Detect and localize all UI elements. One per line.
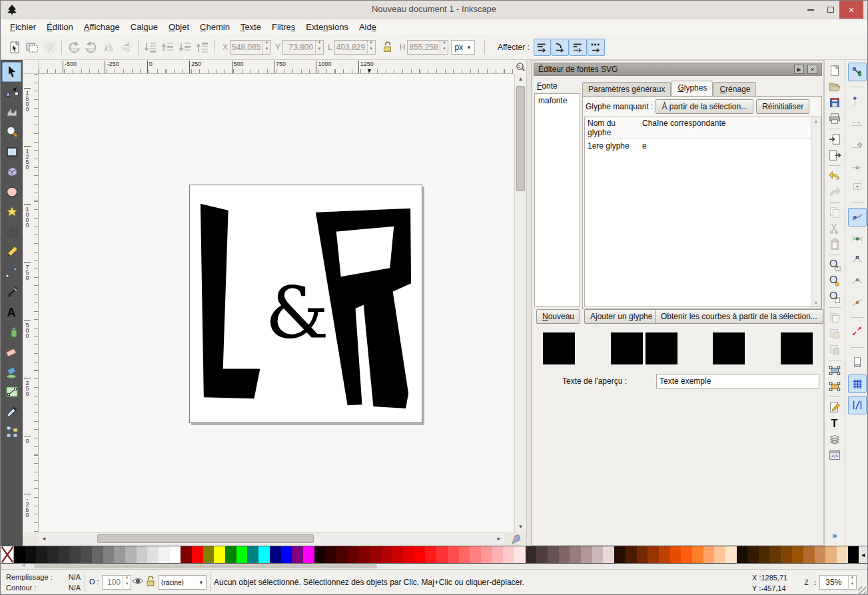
font-list-item[interactable]: mafonte — [535, 94, 580, 107]
scroll-down-icon[interactable]: ▼ — [811, 300, 821, 305]
snap-others-toggle[interactable] — [848, 323, 867, 342]
create-clone-button[interactable] — [827, 326, 843, 342]
preview-text-input[interactable] — [656, 374, 819, 388]
fill-value[interactable]: N/A — [69, 572, 81, 582]
select-all-in-all-layers-button[interactable] — [23, 39, 41, 56]
affect-move-gradients-toggle[interactable] — [570, 39, 587, 56]
tool-tweak[interactable] — [2, 102, 21, 122]
color-swatch[interactable] — [192, 546, 203, 563]
layer-visibility-icon[interactable] — [132, 576, 144, 586]
vertical-scrollbar[interactable]: ▲ ▼ — [514, 74, 526, 532]
palette-scrollbar[interactable]: ◄ — [1, 564, 867, 569]
tool-dropper[interactable] — [2, 402, 21, 422]
glyph-table-row[interactable]: 1ere glyphee — [585, 139, 821, 153]
tool-bucket-fill[interactable] — [2, 362, 21, 382]
color-swatch[interactable] — [670, 546, 681, 563]
color-swatch[interactable] — [81, 546, 92, 563]
color-swatch[interactable] — [648, 546, 659, 563]
zoom-spinner[interactable]: ▲▼ — [819, 575, 857, 590]
palette-scroll-left-icon[interactable]: ◄ — [21, 562, 26, 568]
lower-to-bottom-button[interactable] — [142, 39, 159, 56]
color-swatch[interactable] — [303, 546, 314, 563]
snap-guides-toggle[interactable] — [848, 396, 867, 414]
y-input[interactable] — [283, 41, 315, 54]
color-swatch[interactable] — [292, 546, 303, 563]
tool-star[interactable] — [2, 202, 21, 222]
get-curves-from-selection-button[interactable]: Obtenir les courbes à partir de la sélec… — [655, 309, 823, 324]
tool-ellipse[interactable] — [2, 182, 21, 202]
y-spinner[interactable]: ▲▼ — [282, 40, 324, 55]
color-swatch[interactable] — [103, 546, 115, 563]
color-swatch[interactable] — [414, 546, 426, 563]
select-all-button[interactable] — [6, 39, 23, 56]
color-swatch[interactable] — [637, 546, 648, 563]
color-swatch[interactable] — [125, 546, 137, 563]
color-swatch[interactable] — [381, 546, 392, 563]
color-swatch[interactable] — [137, 546, 148, 563]
menu-objet[interactable]: Objet — [163, 20, 195, 34]
color-swatch[interactable] — [514, 546, 526, 563]
panel-close-icon[interactable]: ✕ — [807, 65, 817, 74]
tab-parame-tres-ge-ne-raux[interactable]: Paramètres généraux — [582, 82, 671, 96]
tool-bezier-pen[interactable] — [2, 262, 21, 282]
export-bitmap-button[interactable] — [827, 147, 843, 163]
glyph-table[interactable]: Nom du glyphe Chaîne correspondante 1ere… — [584, 117, 821, 307]
deselect-button[interactable] — [41, 39, 58, 56]
color-swatch[interactable] — [626, 546, 637, 563]
lower-button[interactable] — [177, 39, 194, 56]
horizontal-scrollbar[interactable]: ◄ ► — [39, 532, 504, 544]
color-swatch[interactable] — [425, 546, 436, 563]
color-swatch[interactable] — [325, 546, 336, 563]
color-swatch[interactable] — [436, 546, 448, 563]
opacity-spinner[interactable]: ▲▼ — [102, 575, 131, 590]
color-swatch[interactable] — [459, 546, 470, 563]
xml-editor-dialog-button[interactable]: </> — [827, 447, 843, 463]
color-swatch[interactable] — [281, 546, 292, 563]
missing-glyph-reset-button[interactable]: Réinitialiser — [756, 99, 809, 114]
snap-cusp-nodes-toggle[interactable] — [848, 251, 867, 269]
color-swatch[interactable] — [25, 546, 37, 563]
new-font-button[interactable]: Nouveau — [536, 309, 580, 324]
unlink-clone-button[interactable] — [827, 342, 843, 358]
scroll-up-icon[interactable]: ▲ — [515, 74, 526, 85]
tool-calligraphy[interactable] — [2, 282, 21, 302]
snap-smooth-nodes-toggle[interactable] — [848, 272, 867, 291]
color-swatch[interactable] — [803, 546, 815, 563]
tab-glyphes[interactable]: Glyphes — [671, 81, 713, 96]
color-swatch[interactable] — [714, 546, 725, 563]
object-properties-dialog-button[interactable] — [827, 378, 843, 394]
menu-fichier[interactable]: Fichier — [5, 20, 41, 34]
color-swatch[interactable] — [703, 546, 715, 563]
color-swatch[interactable] — [492, 546, 504, 563]
resize-grip[interactable] — [858, 586, 866, 594]
panel-titlebar[interactable]: Éditeur de fontes SVG ▶ ✕ — [534, 63, 822, 76]
snap-bbox-edge-midpoints-toggle[interactable] — [848, 157, 867, 175]
undo-button[interactable] — [827, 168, 843, 184]
color-swatch[interactable] — [181, 546, 192, 563]
l-input[interactable] — [335, 41, 367, 54]
minimize-button[interactable] — [801, 1, 821, 19]
menu-texte[interactable]: Texte — [235, 20, 266, 34]
color-swatch[interactable] — [603, 546, 614, 563]
color-swatch[interactable] — [548, 546, 559, 563]
tool-text[interactable]: A — [2, 302, 21, 322]
color-swatch[interactable] — [59, 546, 70, 563]
document-page[interactable]: & — [189, 185, 422, 423]
raise-button[interactable] — [159, 39, 177, 56]
x-spinner[interactable]: ▲▼ — [230, 40, 271, 55]
color-swatch[interactable] — [692, 546, 703, 563]
color-swatch[interactable] — [14, 546, 25, 563]
color-swatch[interactable] — [47, 546, 59, 563]
canvas-viewport[interactable]: & — [39, 74, 514, 532]
color-swatch[interactable] — [659, 546, 670, 563]
tool-spiral[interactable] — [2, 222, 21, 242]
color-swatch[interactable] — [526, 546, 537, 563]
paste-button[interactable] — [827, 237, 843, 253]
color-swatch[interactable] — [681, 546, 692, 563]
tool-box-3d[interactable] — [2, 162, 21, 182]
duplicate-button[interactable] — [827, 310, 843, 326]
raise-to-top-button[interactable] — [194, 39, 211, 56]
color-swatch[interactable] — [781, 546, 792, 563]
save-document-button[interactable] — [827, 95, 843, 111]
color-swatch[interactable] — [848, 546, 859, 563]
